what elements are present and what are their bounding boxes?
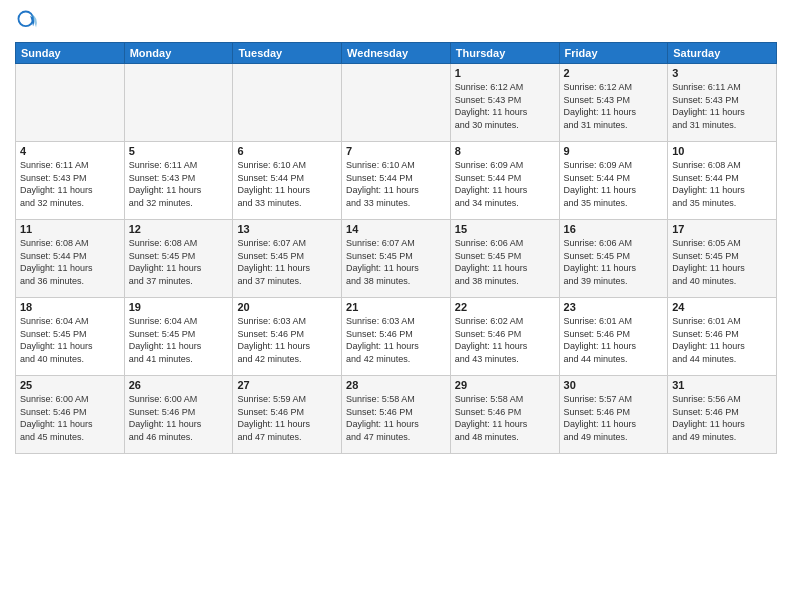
day-number: 12 [129, 223, 229, 235]
day-number: 4 [20, 145, 120, 157]
day-info: Sunrise: 6:06 AMSunset: 5:45 PMDaylight:… [564, 237, 664, 287]
calendar-cell: 19Sunrise: 6:04 AMSunset: 5:45 PMDayligh… [124, 298, 233, 376]
day-number: 24 [672, 301, 772, 313]
day-info: Sunrise: 6:12 AMSunset: 5:43 PMDaylight:… [564, 81, 664, 131]
day-info: Sunrise: 6:06 AMSunset: 5:45 PMDaylight:… [455, 237, 555, 287]
calendar-cell: 31Sunrise: 5:56 AMSunset: 5:46 PMDayligh… [668, 376, 777, 454]
calendar-cell: 29Sunrise: 5:58 AMSunset: 5:46 PMDayligh… [450, 376, 559, 454]
calendar-cell: 1Sunrise: 6:12 AMSunset: 5:43 PMDaylight… [450, 64, 559, 142]
day-number: 26 [129, 379, 229, 391]
day-info: Sunrise: 6:07 AMSunset: 5:45 PMDaylight:… [237, 237, 337, 287]
day-number: 13 [237, 223, 337, 235]
day-info: Sunrise: 6:09 AMSunset: 5:44 PMDaylight:… [455, 159, 555, 209]
day-info: Sunrise: 6:01 AMSunset: 5:46 PMDaylight:… [564, 315, 664, 365]
calendar-cell: 8Sunrise: 6:09 AMSunset: 5:44 PMDaylight… [450, 142, 559, 220]
day-number: 25 [20, 379, 120, 391]
day-number: 9 [564, 145, 664, 157]
day-info: Sunrise: 6:12 AMSunset: 5:43 PMDaylight:… [455, 81, 555, 131]
calendar-cell: 7Sunrise: 6:10 AMSunset: 5:44 PMDaylight… [342, 142, 451, 220]
calendar-cell [124, 64, 233, 142]
day-info: Sunrise: 6:05 AMSunset: 5:45 PMDaylight:… [672, 237, 772, 287]
day-number: 7 [346, 145, 446, 157]
day-number: 15 [455, 223, 555, 235]
calendar-cell: 17Sunrise: 6:05 AMSunset: 5:45 PMDayligh… [668, 220, 777, 298]
day-info: Sunrise: 5:56 AMSunset: 5:46 PMDaylight:… [672, 393, 772, 443]
day-of-week-header: Monday [124, 43, 233, 64]
day-info: Sunrise: 6:03 AMSunset: 5:46 PMDaylight:… [237, 315, 337, 365]
day-info: Sunrise: 6:10 AMSunset: 5:44 PMDaylight:… [237, 159, 337, 209]
calendar-cell: 21Sunrise: 6:03 AMSunset: 5:46 PMDayligh… [342, 298, 451, 376]
day-number: 22 [455, 301, 555, 313]
calendar-cell: 4Sunrise: 6:11 AMSunset: 5:43 PMDaylight… [16, 142, 125, 220]
day-number: 6 [237, 145, 337, 157]
calendar-cell: 22Sunrise: 6:02 AMSunset: 5:46 PMDayligh… [450, 298, 559, 376]
logo [15, 10, 39, 36]
calendar-cell: 12Sunrise: 6:08 AMSunset: 5:45 PMDayligh… [124, 220, 233, 298]
day-info: Sunrise: 6:04 AMSunset: 5:45 PMDaylight:… [20, 315, 120, 365]
day-of-week-header: Sunday [16, 43, 125, 64]
day-info: Sunrise: 6:08 AMSunset: 5:44 PMDaylight:… [672, 159, 772, 209]
calendar-cell: 5Sunrise: 6:11 AMSunset: 5:43 PMDaylight… [124, 142, 233, 220]
day-info: Sunrise: 6:10 AMSunset: 5:44 PMDaylight:… [346, 159, 446, 209]
day-number: 28 [346, 379, 446, 391]
day-number: 31 [672, 379, 772, 391]
day-info: Sunrise: 6:11 AMSunset: 5:43 PMDaylight:… [672, 81, 772, 131]
day-of-week-header: Tuesday [233, 43, 342, 64]
calendar-cell: 16Sunrise: 6:06 AMSunset: 5:45 PMDayligh… [559, 220, 668, 298]
calendar-cell: 25Sunrise: 6:00 AMSunset: 5:46 PMDayligh… [16, 376, 125, 454]
day-info: Sunrise: 6:08 AMSunset: 5:45 PMDaylight:… [129, 237, 229, 287]
day-number: 11 [20, 223, 120, 235]
day-info: Sunrise: 6:11 AMSunset: 5:43 PMDaylight:… [20, 159, 120, 209]
day-number: 5 [129, 145, 229, 157]
day-info: Sunrise: 6:07 AMSunset: 5:45 PMDaylight:… [346, 237, 446, 287]
day-number: 21 [346, 301, 446, 313]
day-info: Sunrise: 5:59 AMSunset: 5:46 PMDaylight:… [237, 393, 337, 443]
calendar-cell: 3Sunrise: 6:11 AMSunset: 5:43 PMDaylight… [668, 64, 777, 142]
day-number: 2 [564, 67, 664, 79]
day-info: Sunrise: 5:58 AMSunset: 5:46 PMDaylight:… [346, 393, 446, 443]
calendar-cell: 28Sunrise: 5:58 AMSunset: 5:46 PMDayligh… [342, 376, 451, 454]
calendar-cell: 2Sunrise: 6:12 AMSunset: 5:43 PMDaylight… [559, 64, 668, 142]
logo-icon [17, 10, 39, 32]
calendar-table: SundayMondayTuesdayWednesdayThursdayFrid… [15, 42, 777, 454]
calendar-cell: 30Sunrise: 5:57 AMSunset: 5:46 PMDayligh… [559, 376, 668, 454]
day-info: Sunrise: 6:04 AMSunset: 5:45 PMDaylight:… [129, 315, 229, 365]
day-number: 18 [20, 301, 120, 313]
day-of-week-header: Saturday [668, 43, 777, 64]
calendar-cell: 23Sunrise: 6:01 AMSunset: 5:46 PMDayligh… [559, 298, 668, 376]
day-number: 8 [455, 145, 555, 157]
svg-point-0 [18, 11, 33, 26]
calendar-cell: 18Sunrise: 6:04 AMSunset: 5:45 PMDayligh… [16, 298, 125, 376]
page-header [15, 10, 777, 36]
day-number: 19 [129, 301, 229, 313]
calendar-cell [233, 64, 342, 142]
day-info: Sunrise: 6:01 AMSunset: 5:46 PMDaylight:… [672, 315, 772, 365]
calendar-cell: 13Sunrise: 6:07 AMSunset: 5:45 PMDayligh… [233, 220, 342, 298]
day-info: Sunrise: 6:03 AMSunset: 5:46 PMDaylight:… [346, 315, 446, 365]
day-number: 20 [237, 301, 337, 313]
calendar-cell: 10Sunrise: 6:08 AMSunset: 5:44 PMDayligh… [668, 142, 777, 220]
calendar-cell: 6Sunrise: 6:10 AMSunset: 5:44 PMDaylight… [233, 142, 342, 220]
day-info: Sunrise: 6:02 AMSunset: 5:46 PMDaylight:… [455, 315, 555, 365]
day-number: 17 [672, 223, 772, 235]
calendar-cell: 20Sunrise: 6:03 AMSunset: 5:46 PMDayligh… [233, 298, 342, 376]
day-number: 29 [455, 379, 555, 391]
day-info: Sunrise: 6:11 AMSunset: 5:43 PMDaylight:… [129, 159, 229, 209]
calendar-cell: 26Sunrise: 6:00 AMSunset: 5:46 PMDayligh… [124, 376, 233, 454]
day-of-week-header: Wednesday [342, 43, 451, 64]
day-number: 30 [564, 379, 664, 391]
calendar-cell [342, 64, 451, 142]
day-number: 27 [237, 379, 337, 391]
calendar-cell: 15Sunrise: 6:06 AMSunset: 5:45 PMDayligh… [450, 220, 559, 298]
day-number: 3 [672, 67, 772, 79]
day-of-week-header: Thursday [450, 43, 559, 64]
day-number: 16 [564, 223, 664, 235]
day-info: Sunrise: 6:00 AMSunset: 5:46 PMDaylight:… [20, 393, 120, 443]
calendar-cell: 14Sunrise: 6:07 AMSunset: 5:45 PMDayligh… [342, 220, 451, 298]
calendar-cell: 24Sunrise: 6:01 AMSunset: 5:46 PMDayligh… [668, 298, 777, 376]
calendar-cell: 9Sunrise: 6:09 AMSunset: 5:44 PMDaylight… [559, 142, 668, 220]
day-number: 23 [564, 301, 664, 313]
day-info: Sunrise: 6:00 AMSunset: 5:46 PMDaylight:… [129, 393, 229, 443]
day-number: 1 [455, 67, 555, 79]
day-info: Sunrise: 5:58 AMSunset: 5:46 PMDaylight:… [455, 393, 555, 443]
